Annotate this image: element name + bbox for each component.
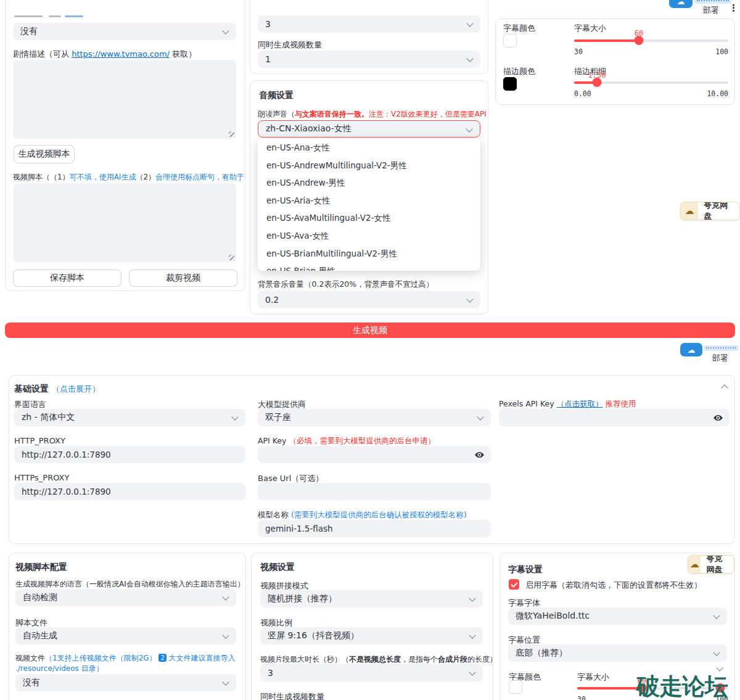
basic-settings-title: 基础设置 （点击展开） [14,384,100,395]
chevron-down-icon [231,413,238,420]
api-key-label: API Key （必填，需要到大模型提供商的后台申请） [258,436,435,447]
ratio-select[interactable]: 竖屏 9:16（抖音视频） [260,627,483,644]
pexels-key-label: Pexels API Key （点击获取） 推荐使用 [499,399,636,410]
segment-duration-select[interactable]: 3 [260,664,483,681]
subtitle-settings-title: 字幕设置 [508,564,543,575]
deploy-label[interactable]: 部署 [712,353,728,364]
cloud-icon: ☁ [677,0,685,6]
cloud-deploy-badge[interactable]: ☁ [669,0,693,8]
subtitle-style-panel: 字幕颜色 字幕大小 60 30100 描边颜色 描边粗细 1.50 0.0010… [495,19,735,105]
badge-2-icon: 2 [158,654,166,662]
trim-video-button[interactable]: 裁剪视频 [129,270,237,287]
model-name-input[interactable]: gemini-1.5-flash [258,520,491,537]
voice-option[interactable]: en-US-Brian-男性 [258,262,480,271]
quark-netdisk-badge[interactable]: ☁ 夸克网盘 [680,202,740,220]
voice-label: 朗读声音（与文案语音保持一致。注意：V2版效果更好，但是需要API KEY） [258,109,488,120]
generate-video-button[interactable]: 生成视频 [5,323,735,338]
voice-option[interactable]: en-US-AndrewMultilingual-V2-男性 [258,157,480,175]
voice-option[interactable]: en-US-Aria-女性 [258,192,480,210]
pexels-key-input[interactable] [499,409,730,426]
provider-select[interactable]: 双子座 [258,409,491,426]
ui-language-select[interactable]: zh - 简体中文 [14,409,245,426]
chevron-down-icon [222,27,229,34]
video-source-value: 没有 [20,26,38,37]
quark-netdisk-badge[interactable]: ☁ 夸克网盘 [688,555,734,574]
chevron-down-icon [713,649,720,656]
video-count-label: 同时生成视频数量 [260,691,324,700]
voice-option[interactable]: en-US-Andrew-男性 [258,174,480,192]
subtitle-size-slider[interactable]: 60 30100 [574,29,728,56]
deploy-link-fragment[interactable] [704,345,738,351]
chevron-down-icon [469,595,475,601]
api-key-input[interactable] [258,446,491,463]
voice-option[interactable]: en-US-BrianMultilingual-V2-男性 [258,245,480,263]
video-count-select[interactable]: 1 [258,51,480,68]
segment-duration-label: 视频片段最大时长（秒）（不是视频总长度，是指每个合成片段的长度） [260,654,493,665]
basic-settings-panel: 基础设置 （点击展开） 界面语言 zh - 简体中文 大模型提供商 双子座 Pe… [9,375,735,544]
chevron-down-icon[interactable] [716,664,723,671]
clipped-label-fragment [65,15,83,17]
chevron-down-icon [477,413,483,420]
get-key-link[interactable]: （点击获取） [557,399,603,408]
voice-option[interactable]: en-US-Ana-女性 [258,139,480,157]
subtitle-font-select[interactable]: 微软YaHeiBold.ttc [508,607,727,625]
audio-settings-title: 音频设置 [259,90,294,101]
deploy-link-fragment[interactable] [694,0,731,4]
deploy-label[interactable]: 部署 [703,5,719,16]
video-count-label: 同时生成视频数量 [258,39,322,51]
plot-description-label: 剧情描述（可从 https://www.tvmao.com/ 获取） [13,49,196,60]
chevron-down-icon [222,632,229,638]
video-settings-panel: 视频设置 视频拼接模式 随机拼接（推荐） 视频比例 竖屏 9:16（抖音视频） … [251,553,493,700]
video-script-textarea[interactable] [13,183,236,262]
voice-select[interactable]: zh-CN-Xiaoxiao-女性 [258,120,480,138]
slider-thumb[interactable] [593,78,602,87]
script-language-select[interactable]: 自动检测 [15,589,236,606]
model-name-label: 模型名称 (需要到大模型提供商的后台确认被授权的模型名称) [258,510,467,521]
video-settings-title: 视频设置 [260,562,295,573]
slider-thumb[interactable] [635,36,644,45]
eye-icon[interactable] [474,450,485,460]
cloud-icon: ☁ [681,202,698,220]
http-proxy-label: HTTP_PROXY [14,436,65,445]
expand-link[interactable]: （点击展开） [52,384,100,393]
overflow-menu-icon[interactable]: ⋮ [729,4,738,13]
generate-script-button[interactable]: 生成视频脚本 [14,145,75,163]
chevron-down-icon [222,678,229,685]
plot-description-textarea[interactable] [13,60,236,139]
chevron-down-icon [469,669,475,675]
stroke-color-swatch[interactable] [503,77,517,91]
clipped-label-fragment [14,15,43,17]
eye-icon[interactable] [713,413,723,423]
chevron-down-icon [222,593,229,600]
video-file-label-line2: ./resource/videos 目录） [15,664,104,674]
cloud-deploy-badge[interactable]: ☁ [680,343,702,356]
subtitle-color-swatch[interactable] [503,34,517,47]
save-script-button[interactable]: 保存脚本 [13,270,121,287]
chevron-down-icon [466,295,473,302]
video-script-config-title: 视频脚本配置 [15,562,67,573]
collapse-chevron-icon[interactable] [721,384,728,391]
http-proxy-input[interactable]: http://127.0.0.1:7890 [14,446,245,463]
base-url-input[interactable] [258,483,491,500]
video-source-select[interactable]: 没有 [13,23,236,40]
chevron-down-icon [713,612,720,619]
script-panel: 没有 剧情描述（可从 https://www.tvmao.com/ 获取） 生成… [5,0,245,291]
bgm-volume-select[interactable]: 0.2 [258,291,480,308]
tvmao-link[interactable]: https://www.tvmao.com/ [72,49,170,59]
enable-subtitle-checkbox[interactable] [509,579,519,590]
subtitle-color-swatch[interactable] [509,680,522,694]
concat-mode-select[interactable]: 随机拼接（推荐） [260,590,483,607]
chevron-down-icon [466,55,473,62]
stroke-width-slider[interactable]: 1.50 0.0010.00 [574,71,728,98]
https-proxy-input[interactable]: http://127.0.0.1:7890 [14,483,245,500]
cloud-icon: ☁ [688,556,701,573]
video-script-label: 视频脚本（（1）可不填，使用AI生成（2）合理使用标点断句，有助于生成字幕） [13,172,245,183]
enable-subtitle-label: 启用字幕（若取消勾选，下面的设置都将不生效） [525,580,702,591]
video-file-select[interactable]: 没有 [15,674,236,691]
voice-option[interactable]: en-US-Ava-女性 [258,227,480,245]
https-proxy-label: HTTPs_PROXY [14,473,69,482]
segment-duration-select[interactable]: 3 [258,15,480,33]
voice-option[interactable]: en-US-AvaMultilingual-V2-女性 [258,209,480,227]
subtitle-position-select[interactable]: 底部（推荐） [508,644,727,662]
script-file-select[interactable]: 自动生成 [15,627,236,644]
